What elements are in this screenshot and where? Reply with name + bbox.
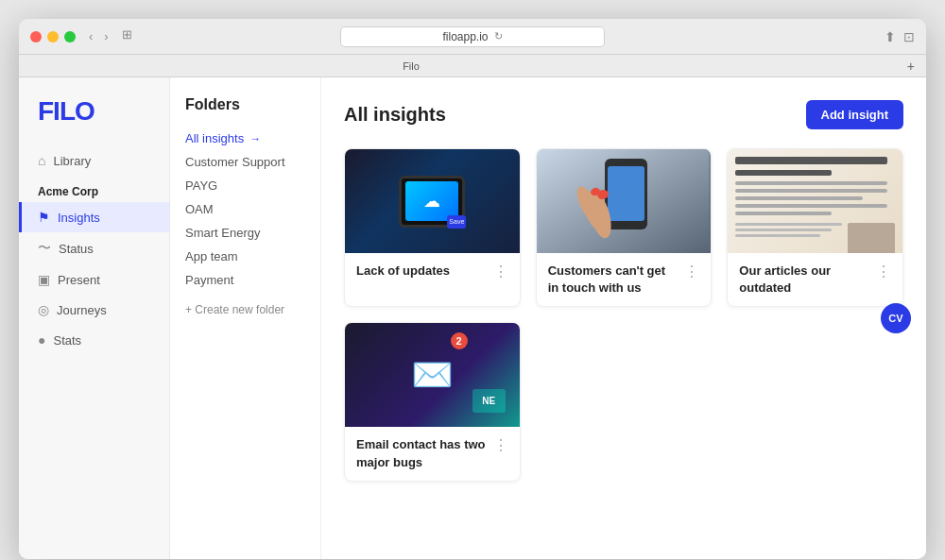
sidebar-label-stats: Stats xyxy=(53,333,81,348)
refresh-icon[interactable]: ↻ xyxy=(494,30,503,42)
sidebar-label-status: Status xyxy=(59,242,94,256)
folder-label-payment: Payment xyxy=(185,273,233,287)
journeys-icon: ◎ xyxy=(38,302,49,317)
folder-item-app-team[interactable]: App team xyxy=(185,245,305,268)
sidebar-item-stats[interactable]: ● Stats xyxy=(19,325,169,355)
tab-title: Filo xyxy=(403,60,420,72)
folder-item-all-insights[interactable]: All insights xyxy=(185,127,305,150)
tab-icon: ⊞ xyxy=(122,27,132,45)
folder-label-payg: PAYG xyxy=(185,178,217,193)
folder-item-payg[interactable]: PAYG xyxy=(185,174,305,197)
card-title-1: Lack of updates xyxy=(356,263,488,280)
home-icon: ⌂ xyxy=(38,153,45,168)
card-image-newspaper xyxy=(728,149,902,253)
folder-label-oam: OAM xyxy=(185,202,214,216)
url-bar[interactable]: filoapp.io ↻ xyxy=(340,26,605,47)
window-actions: ⬆ ⊡ xyxy=(885,29,915,44)
card-title-4: Email contact has two major bugs xyxy=(356,436,488,470)
stats-icon: ● xyxy=(38,332,45,348)
page-title: All insights xyxy=(344,104,446,126)
folder-item-payment[interactable]: Payment xyxy=(185,268,305,292)
card-email-bugs[interactable]: ✉️ 2 NE Email contact has two major bugs… xyxy=(344,322,521,481)
forward-button[interactable]: › xyxy=(100,27,112,45)
card-footer-2: Customers can't get in touch with us ⋮ xyxy=(537,253,712,306)
cards-grid: ☁ Save Lack of updates ⋮ xyxy=(344,148,903,482)
card-title-3: Our articles our outdated xyxy=(739,263,870,297)
sidebar: FILO ⌂ Library Acme Corp ⚑ Insights 〜 St… xyxy=(19,77,170,559)
card-image-email: ✉️ 2 NE xyxy=(345,323,520,427)
folder-item-smart-energy[interactable]: Smart Energy xyxy=(185,221,305,245)
status-icon: 〜 xyxy=(38,240,51,257)
card-footer-3: Our articles our outdated ⋮ xyxy=(728,253,902,306)
folders-title: Folders xyxy=(185,96,305,113)
card-menu-2[interactable]: ⋮ xyxy=(679,263,699,280)
card-menu-1[interactable]: ⋮ xyxy=(488,263,508,280)
sidebar-item-insights[interactable]: ⚑ Insights xyxy=(19,202,169,232)
duplicate-icon[interactable]: ⊡ xyxy=(903,29,915,44)
card-menu-3[interactable]: ⋮ xyxy=(870,263,891,280)
sidebar-section-label: Acme Corp xyxy=(19,176,169,202)
folder-item-customer-support[interactable]: Customer Support xyxy=(185,150,305,174)
card-footer-1: Lack of updates ⋮ xyxy=(345,253,520,290)
add-insight-button[interactable]: Add insight xyxy=(806,100,904,129)
new-tab-button[interactable]: + xyxy=(907,59,915,74)
card-lack-of-updates[interactable]: ☁ Save Lack of updates ⋮ xyxy=(344,148,521,307)
flag-icon: ⚑ xyxy=(38,210,50,225)
sidebar-item-library[interactable]: ⌂ Library xyxy=(19,145,169,176)
minimize-button[interactable] xyxy=(47,31,59,42)
share-icon[interactable]: ⬆ xyxy=(885,29,896,44)
close-button[interactable] xyxy=(30,31,42,42)
card-customers-cant-touch[interactable]: Customers can't get in touch with us ⋮ xyxy=(536,148,713,307)
folder-label-all-insights: All insights xyxy=(185,131,244,145)
present-icon: ▣ xyxy=(38,272,50,287)
sidebar-item-status[interactable]: 〜 Status xyxy=(19,232,169,264)
card-menu-4[interactable]: ⋮ xyxy=(488,436,508,454)
app-container: FILO ⌂ Library Acme Corp ⚑ Insights 〜 St… xyxy=(19,77,926,559)
email-icon: ✉️ xyxy=(411,355,454,395)
url-text: filoapp.io xyxy=(442,30,488,43)
app-window: ‹ › ⊞ filoapp.io ↻ ⬆ ⊡ Filo + FILO ⌂ Lib… xyxy=(19,19,926,559)
folder-item-oam[interactable]: OAM xyxy=(185,197,305,221)
svg-rect-2 xyxy=(608,166,644,221)
folders-panel: Folders All insights Customer Support PA… xyxy=(170,77,321,559)
fullscreen-button[interactable] xyxy=(64,31,76,42)
folder-label-smart-energy: Smart Energy xyxy=(185,226,260,240)
nav-buttons: ‹ › ⊞ xyxy=(85,27,132,45)
sidebar-label-insights: Insights xyxy=(58,211,100,225)
card-image-tablet: ☁ Save xyxy=(345,149,520,253)
sidebar-label-journeys: Journeys xyxy=(57,303,107,317)
email-badge: 2 xyxy=(451,332,468,349)
content-header: All insights Add insight xyxy=(344,100,903,129)
sidebar-label-library: Library xyxy=(53,154,91,168)
sidebar-label-present: Present xyxy=(58,273,100,287)
back-button[interactable]: ‹ xyxy=(85,27,96,45)
app-logo: FILO xyxy=(19,96,169,145)
traffic-lights xyxy=(30,31,76,42)
user-avatar: CV xyxy=(881,303,911,333)
folder-label-customer-support: Customer Support xyxy=(185,155,285,169)
card-image-phone xyxy=(537,149,712,253)
sidebar-item-present[interactable]: ▣ Present xyxy=(19,264,169,295)
tab-strip: Filo + xyxy=(19,55,926,77)
folder-label-app-team: App team xyxy=(185,249,238,263)
card-articles-outdated[interactable]: Our articles our outdated ⋮ xyxy=(727,148,903,307)
main-content: All insights Add insight CV ☁ Save xyxy=(321,77,926,559)
sidebar-item-journeys[interactable]: ◎ Journeys xyxy=(19,295,169,325)
titlebar: ‹ › ⊞ filoapp.io ↻ ⬆ ⊡ xyxy=(19,19,926,55)
card-footer-4: Email contact has two major bugs ⋮ xyxy=(345,427,520,480)
create-folder-button[interactable]: + Create new folder xyxy=(185,303,305,316)
card-title-2: Customers can't get in touch with us xyxy=(548,263,679,297)
